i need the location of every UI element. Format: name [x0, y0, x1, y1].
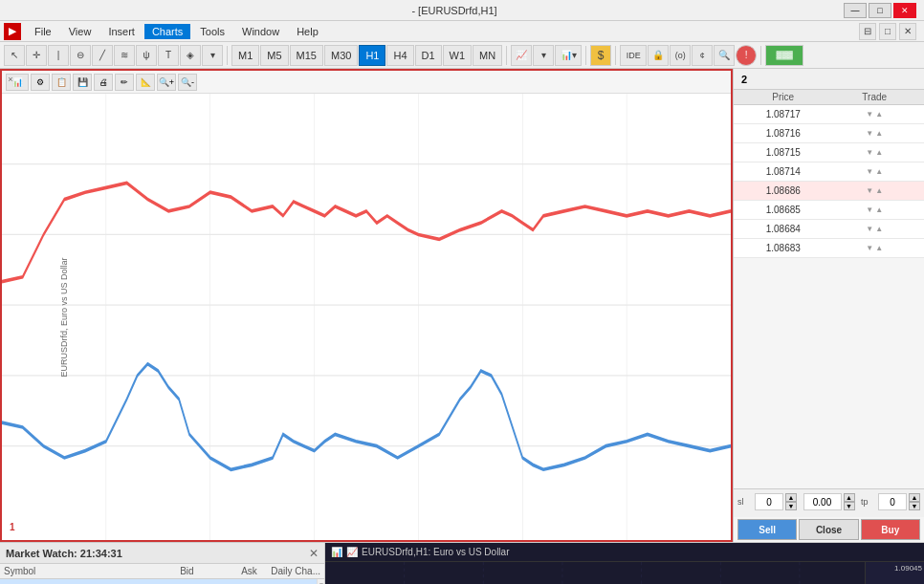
ct-zoom-out[interactable]: 🔍-	[178, 74, 197, 91]
ob-sl-up[interactable]: ▲	[785, 493, 797, 502]
orderbook-row[interactable]: 1.08686 ▼ ▲	[734, 182, 924, 201]
tf-w1[interactable]: W1	[443, 45, 473, 66]
menu-view[interactable]: View	[61, 24, 99, 39]
close-button[interactable]: Close	[799, 519, 858, 540]
mc-title: EURUSDrfd,H1: Euro vs US Dollar	[362, 547, 509, 557]
candle-chart-btn[interactable]: 📊▾	[555, 45, 582, 66]
ob-arrow-up[interactable]: ▲	[875, 244, 883, 252]
menu-window[interactable]: Window	[234, 24, 287, 39]
signal-btn[interactable]: (o)	[670, 45, 691, 66]
line-tool[interactable]: |	[48, 45, 69, 66]
ob-arrow-down[interactable]: ▼	[866, 225, 873, 233]
ob-arrow-down[interactable]: ▼	[866, 129, 873, 138]
menu-insert[interactable]: Insert	[100, 24, 143, 39]
menu-file[interactable]: File	[27, 24, 59, 39]
market-watch-row[interactable]: ↗ EURUSDrfd 1.08686 1.08714 0.04%	[0, 579, 317, 584]
orderbook-row[interactable]: 1.08714 ▼ ▲	[734, 162, 924, 182]
ob-mid-up[interactable]: ▲	[844, 493, 855, 502]
ob-row-price: 1.08686	[737, 185, 829, 196]
tf-mn[interactable]: MN	[473, 45, 502, 66]
toolbar-extra-2[interactable]: □	[879, 23, 896, 40]
toolbar-extra-3[interactable]: ✕	[899, 23, 916, 40]
ct-draw[interactable]: ✏	[115, 74, 134, 91]
orderbook-row[interactable]: 1.08684 ▼ ▲	[734, 220, 924, 239]
ob-arrow-down[interactable]: ▼	[866, 110, 873, 119]
menu-help[interactable]: Help	[289, 24, 326, 39]
close-window-button[interactable]: ✕	[893, 3, 916, 18]
trendline-tool[interactable]: ╱	[92, 45, 113, 66]
candlestick-area: 1.08714 1.08686 15 Mar 2024 15 Mar 18:00…	[325, 562, 865, 584]
fib-tool[interactable]: ψ	[136, 45, 157, 66]
tf-h1[interactable]: H1	[359, 45, 385, 66]
search-btn[interactable]: 🔍	[714, 45, 735, 66]
ide-btn[interactable]: IDE	[620, 45, 647, 66]
menu-tools[interactable]: Tools	[192, 24, 232, 39]
market-watch-close[interactable]: ✕	[309, 547, 319, 560]
ob-arrow-down[interactable]: ▼	[866, 186, 873, 195]
ob-mid-down[interactable]: ▼	[844, 502, 855, 510]
buy-button[interactable]: Buy	[861, 519, 920, 540]
tf-m1[interactable]: M1	[231, 45, 259, 66]
maximize-button[interactable]: □	[869, 3, 891, 18]
text-tool[interactable]: T	[158, 45, 179, 66]
ob-tp-up[interactable]: ▲	[909, 493, 920, 502]
ob-arrow-up[interactable]: ▲	[875, 110, 883, 119]
line-chart-btn[interactable]: 📈	[511, 45, 532, 66]
ob-mid-input[interactable]	[803, 493, 842, 510]
orderbook-row[interactable]: 1.08685 ▼ ▲	[734, 201, 924, 220]
cursor-tool[interactable]: ↖	[4, 45, 25, 66]
ob-row-trade: ▼ ▲	[829, 167, 921, 176]
ob-arrow-up[interactable]: ▲	[875, 129, 883, 138]
market-watch-scrollbar[interactable]	[317, 579, 324, 584]
shapes-tool[interactable]: ◈	[180, 45, 201, 66]
minimize-button[interactable]: —	[844, 3, 867, 18]
ob-row-trade: ▼ ▲	[829, 110, 921, 119]
tf-m5[interactable]: M5	[260, 45, 288, 66]
tf-h4[interactable]: H4	[386, 45, 413, 66]
close-chart-x[interactable]: ×	[4, 73, 17, 86]
tf-d1[interactable]: D1	[415, 45, 442, 66]
orderbook-row[interactable]: 1.08715 ▼ ▲	[734, 143, 924, 162]
chart-dropdown[interactable]: ▾	[533, 45, 554, 66]
signal-strength[interactable]: ▓▓▓	[765, 45, 803, 66]
ob-tp-down[interactable]: ▼	[909, 502, 920, 510]
menu-charts[interactable]: Charts	[144, 24, 190, 39]
ob-arrow-up[interactable]: ▲	[875, 148, 883, 157]
ob-sl-input[interactable]	[755, 493, 783, 510]
tf-m15[interactable]: M15	[290, 45, 323, 66]
ct-templates[interactable]: 📋	[52, 74, 71, 91]
ct-zoom-in[interactable]: 🔍+	[157, 74, 176, 91]
sell-button[interactable]: Sell	[737, 519, 797, 540]
crosshair-tool[interactable]: ✛	[26, 45, 47, 66]
channel-tool[interactable]: ≋	[114, 45, 135, 66]
ob-arrow-up[interactable]: ▲	[875, 167, 883, 176]
lock-btn[interactable]: 🔒	[648, 45, 669, 66]
ct-save[interactable]: 💾	[73, 74, 92, 91]
currency-btn[interactable]: ¢	[692, 45, 713, 66]
ob-arrow-down[interactable]: ▼	[866, 148, 873, 157]
dollar-btn[interactable]: $	[590, 45, 611, 66]
orderbook-row[interactable]: 1.08717 ▼ ▲	[734, 105, 924, 124]
shapes-dropdown[interactable]: ▾	[202, 45, 223, 66]
ct-indicators[interactable]: ⚙	[31, 74, 50, 91]
tf-m30[interactable]: M30	[324, 45, 358, 66]
separator-1	[227, 46, 228, 65]
ob-arrow-up[interactable]: ▲	[875, 225, 883, 233]
ob-sl-down[interactable]: ▼	[785, 502, 797, 510]
toolbar-extra-1[interactable]: ⊟	[859, 23, 876, 40]
orderbook-actions: Sell Close Buy	[734, 517, 924, 542]
ct-objects[interactable]: 📐	[136, 74, 155, 91]
ob-tp-input[interactable]	[878, 493, 907, 510]
ob-arrow-down[interactable]: ▼	[866, 167, 873, 176]
ob-arrow-up[interactable]: ▲	[875, 205, 883, 214]
ob-arrow-down[interactable]: ▼	[866, 205, 873, 214]
alert-btn[interactable]: !	[736, 45, 757, 66]
orderbook-controls: sl ▲ ▼ ▲ ▼ tp ▲ ▼	[734, 488, 924, 517]
ct-print[interactable]: 🖨	[94, 74, 113, 91]
ob-arrow-up[interactable]: ▲	[875, 186, 883, 195]
hline-tool[interactable]: ⊖	[70, 45, 91, 66]
orderbook-row[interactable]: 1.08716 ▼ ▲	[734, 124, 924, 143]
orderbook-row[interactable]: 1.08683 ▼ ▲	[734, 239, 924, 258]
orderbook-list: 1.08717 ▼ ▲ 1.08716 ▼ ▲ 1.08715 ▼ ▲ 1.08…	[734, 105, 924, 488]
ob-arrow-down[interactable]: ▼	[866, 244, 873, 252]
